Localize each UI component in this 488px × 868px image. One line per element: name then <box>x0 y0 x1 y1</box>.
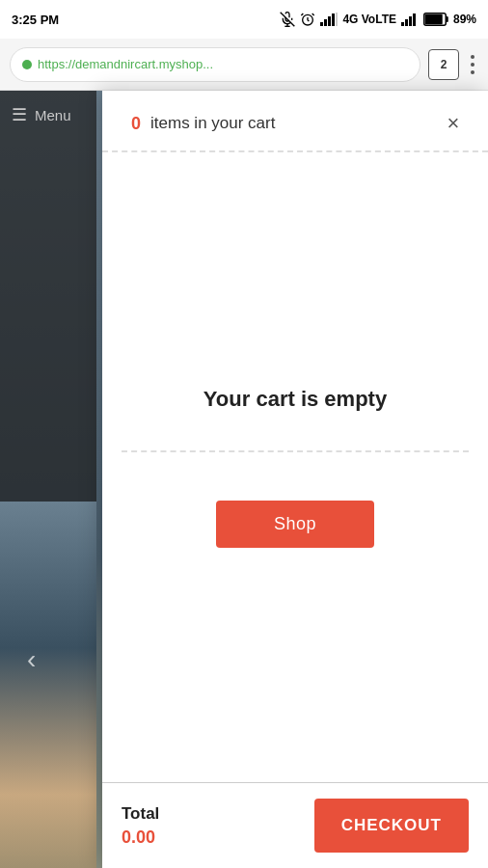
url-text: https://demandnircart.myshop... <box>38 57 213 71</box>
svg-rect-15 <box>425 14 443 25</box>
status-bar: 3:25 PM 4G VoLTE <box>0 0 488 39</box>
cart-header: 0 items in your cart × <box>102 91 488 152</box>
time-display: 3:25 PM <box>12 13 59 27</box>
mute-icon <box>280 12 295 27</box>
svg-rect-9 <box>401 22 404 26</box>
svg-rect-4 <box>320 22 323 26</box>
total-label: Total <box>122 804 159 824</box>
svg-rect-6 <box>328 16 331 26</box>
svg-rect-11 <box>409 16 412 26</box>
checkout-button[interactable]: CHECKOUT <box>314 799 469 853</box>
shop-button[interactable]: Shop <box>216 501 374 548</box>
total-amount: 0.00 <box>122 827 159 848</box>
signal-icon <box>320 13 338 26</box>
empty-cart-message: Your cart is empty <box>203 387 387 412</box>
total-section: Total 0.00 <box>122 804 159 848</box>
svg-rect-8 <box>336 13 338 26</box>
ssl-indicator <box>22 60 32 69</box>
alarm-icon <box>300 12 315 27</box>
tab-count-button[interactable]: 2 <box>428 49 459 80</box>
svg-rect-7 <box>332 14 335 26</box>
svg-rect-10 <box>405 19 408 26</box>
svg-rect-14 <box>446 16 448 22</box>
battery-percent: 89% <box>453 13 476 26</box>
svg-rect-5 <box>324 19 327 26</box>
browser-menu-button[interactable] <box>467 51 478 78</box>
cart-item-count: 0 <box>131 114 141 134</box>
cart-divider <box>122 450 469 452</box>
hamburger-icon: ☰ <box>12 104 27 125</box>
signal-icon-2 <box>401 13 419 26</box>
close-cart-button[interactable]: × <box>438 108 469 139</box>
cart-body: Your cart is empty Shop <box>102 152 488 782</box>
sidebar-menu-header: ☰ Menu <box>0 91 96 139</box>
sidebar-menu-label: Menu <box>35 107 71 123</box>
status-bar-icons: 4G VoLTE 89% <box>280 12 476 27</box>
background-image <box>0 502 96 868</box>
cart-modal: 0 items in your cart × Your cart is empt… <box>102 91 488 868</box>
network-label: 4G VoLTE <box>342 13 396 26</box>
cart-footer: Total 0.00 CHECKOUT <box>102 782 488 868</box>
battery-icon <box>423 13 448 26</box>
svg-rect-12 <box>413 14 416 26</box>
main-content-area: ☰ Menu ‹ 0 items in your cart <box>0 91 488 868</box>
prev-arrow[interactable]: ‹ <box>27 644 36 675</box>
url-bar[interactable]: https://demandnircart.myshop... <box>10 47 420 82</box>
cart-title-area: 0 items in your cart <box>122 114 275 134</box>
tab-count: 2 <box>441 58 447 71</box>
browser-bar: https://demandnircart.myshop... 2 <box>0 39 488 91</box>
status-bar-time: 3:25 PM <box>12 13 59 27</box>
cart-title-text: items in your cart <box>150 114 275 133</box>
